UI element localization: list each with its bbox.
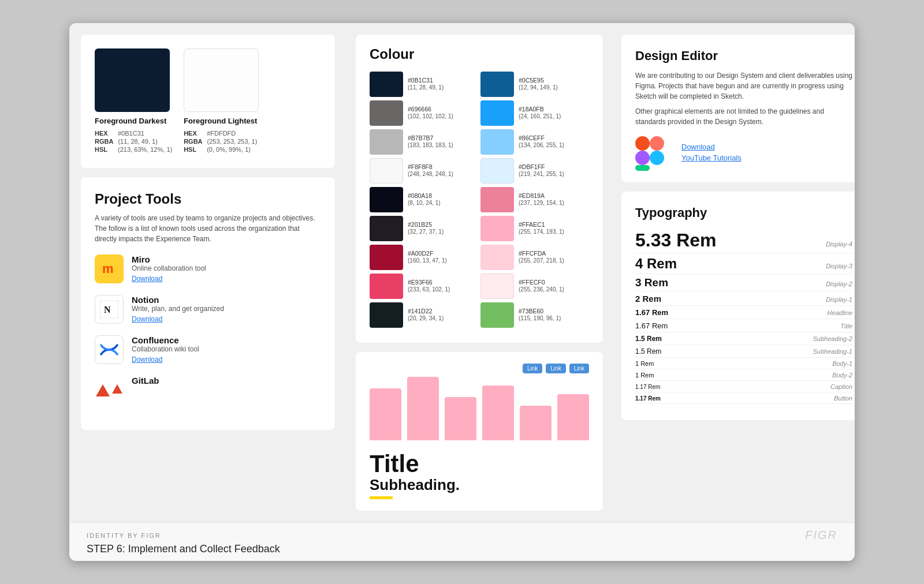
typo-style-display2: Display-2 xyxy=(826,280,852,287)
colour-row: #86CEFF (134, 206, 255, 1) xyxy=(480,129,589,155)
typo-style-display1: Display-1 xyxy=(826,296,852,303)
typo-size-title: 1.67 Rem xyxy=(635,321,668,330)
main-container: Foreground Darkest HEX #0B1C31 RGBA (11,… xyxy=(69,23,855,561)
typo-size-button: 1.17 Rem xyxy=(635,395,661,402)
typo-size-headline: 1.67 Rem xyxy=(635,308,668,317)
colour-row: #0B1C31 (11, 28, 49, 1) xyxy=(370,72,478,97)
colour-label-ffaec1: #FFAEC1 (255, 174, 193, 1) xyxy=(519,221,564,236)
typo-bar-6 xyxy=(557,394,589,440)
typo-item-display4: 5.33 Rem Display-4 xyxy=(635,230,852,253)
colour-label-080a18: #080A18 (8, 10, 24, 1) xyxy=(408,192,441,207)
project-tools-title: Project Tools xyxy=(95,191,321,207)
light-hsl-val: (0, 0%, 99%, 1) xyxy=(207,146,251,153)
light-rgba-val: (253, 253, 253, 1) xyxy=(207,138,258,145)
colour-label-0b1c31: #0B1C31 (11, 28, 49, 1) xyxy=(408,77,444,92)
colour-label-141d22: #141D22 (20, 29, 34, 1) xyxy=(408,308,444,323)
right-column: Design Editor We are contributing to our… xyxy=(612,35,855,511)
notion-desc: Write, plan, and get organized xyxy=(132,305,224,313)
colour-row: #FFCFDA (255, 207, 218, 1) xyxy=(480,245,589,270)
brand-label: IDENTITY BY FIGR xyxy=(87,532,161,539)
bottom-step-label: STEP 6: Implement and Collect Feedback xyxy=(87,543,837,555)
swatch-e93f66 xyxy=(370,274,403,299)
project-tools-desc: A variety of tools are used by teams to … xyxy=(95,213,321,244)
typo-size-display4: 5.33 Rem xyxy=(635,230,717,251)
youtube-tutorials-link[interactable]: YouTube Tutorials xyxy=(681,154,742,162)
confluence-download-link[interactable]: Download xyxy=(132,355,199,364)
typo-size-display1: 2 Rem xyxy=(635,294,661,304)
light-swatch xyxy=(184,48,259,112)
colour-label-a00d2f: #A00D2F (160, 13, 47, 1) xyxy=(408,250,447,265)
dark-hsl-label: HSL xyxy=(95,146,113,153)
miro-download-link[interactable]: Download xyxy=(132,275,206,283)
design-editor-links-row: Download YouTube Tutorials xyxy=(635,136,852,169)
colour-swatches-left: #0B1C31 (11, 28, 49, 1) #696666 (102, 10… xyxy=(370,72,478,331)
typo-bar-1 xyxy=(370,388,401,440)
typo-item-subheading2: 1.5 Rem Subheading-2 xyxy=(635,335,852,345)
typo-item-button: 1.17 Rem Button xyxy=(635,395,852,404)
swatch-ffecf0 xyxy=(480,274,514,299)
typo-item-headline: 1.67 Rem Headline xyxy=(635,308,852,319)
swatch-86ceff xyxy=(480,129,514,155)
colour-row: #73BE60 (115, 190, 96, 1) xyxy=(480,302,589,328)
typography-title: Typography xyxy=(635,205,852,220)
light-hsl: HSL (0, 0%, 99%, 1) xyxy=(184,146,259,153)
colour-label-73be60: #73BE60 (115, 190, 96, 1) xyxy=(519,308,561,323)
light-rgba-label: RGBA xyxy=(184,138,202,145)
swatch-080a18 xyxy=(370,187,403,212)
design-editor-desc1: We are contributing to our Design System… xyxy=(635,70,852,102)
typo-item-display2: 3 Rem Display-2 xyxy=(635,276,852,291)
typo-item-display1: 2 Rem Display-1 xyxy=(635,294,852,306)
foreground-colors-card: Foreground Darkest HEX #0B1C31 RGBA (11,… xyxy=(81,35,335,168)
colour-label-dbf1ff: #DBF1FF (219, 241, 255, 1) xyxy=(519,163,564,178)
svg-rect-3 xyxy=(635,136,650,151)
swatch-ffcfda xyxy=(480,245,514,270)
typo-style-headline: Headline xyxy=(828,309,852,316)
colour-label-ffecf0: #FFECF0 (255, 236, 240, 1) xyxy=(519,279,564,294)
colour-label-696666: #696666 (102, 102, 102, 1) xyxy=(408,106,453,121)
swatch-18a0fb xyxy=(480,100,514,126)
colour-row: #201B25 (32, 27, 37, 1) xyxy=(370,216,478,241)
swatch-b7b7b7 xyxy=(370,129,403,155)
typo-size-subheading2: 1.5 Rem xyxy=(635,335,662,343)
typo-style-body1: Body-1 xyxy=(832,360,852,367)
typo-bar-4 xyxy=(482,385,514,440)
miro-icon: m xyxy=(95,254,124,283)
dark-rgba-val: (11, 28, 49, 1) xyxy=(118,138,158,145)
left-column: Foreground Darkest HEX #0B1C31 RGBA (11,… xyxy=(81,35,346,511)
colour-label-18a0fb: #18A0FB (24, 160, 251, 1) xyxy=(519,106,561,121)
dark-hex-label: HEX xyxy=(95,130,113,137)
download-link[interactable]: Download xyxy=(681,143,742,151)
colour-row: #080A18 (8, 10, 24, 1) xyxy=(370,187,478,212)
colour-swatches-right: #0C5E95 (12, 94, 149, 1) #18A0FB (24, 16… xyxy=(480,72,589,331)
project-tools-card: Project Tools A variety of tools are use… xyxy=(81,177,335,430)
notion-download-link[interactable]: Download xyxy=(132,315,224,323)
colour-title: Colour xyxy=(370,46,589,62)
light-hex: HEX #FDFDFD xyxy=(184,130,259,137)
gitlab-info: GitLab xyxy=(132,376,159,385)
swatch-73be60 xyxy=(480,302,514,328)
colour-grid: #0B1C31 (11, 28, 49, 1) #696666 (102, 10… xyxy=(370,72,589,331)
link-badge-3: Link xyxy=(569,364,589,373)
typo-style-button: Button xyxy=(834,395,852,402)
typography-card: Typography 5.33 Rem Display-4 4 Rem Disp… xyxy=(621,192,855,420)
colour-row: #DBF1FF (219, 241, 255, 1) xyxy=(480,158,589,184)
svg-point-7 xyxy=(650,151,664,165)
gitlab-name: GitLab xyxy=(132,376,159,385)
typo-bar-3 xyxy=(445,397,476,440)
colour-row: #FFECF0 (255, 236, 240, 1) xyxy=(480,274,589,299)
dark-rgba-label: RGBA xyxy=(95,138,113,145)
colour-row: #E93F66 (233, 63, 102, 1) xyxy=(370,274,478,299)
typo-item-subheading1: 1.5 Rem Subheading-1 xyxy=(635,347,852,358)
typography-preview-card: Link Link Link Title Subheading. xyxy=(356,352,603,511)
colour-label-ed819a: #ED819A (237, 129, 154, 1) xyxy=(519,192,564,207)
typo-style-title: Title xyxy=(840,323,852,330)
gitlab-triangle-2 xyxy=(112,384,122,394)
colour-label-f8f8f8: #F8F8F8 (248, 248, 248, 1) xyxy=(408,163,453,178)
typo-item-body2: 1 Rem Body-2 xyxy=(635,372,852,381)
colour-row: #18A0FB (24, 160, 251, 1) xyxy=(480,100,589,126)
light-color-name: Foreground Lightest xyxy=(184,117,259,125)
svg-rect-4 xyxy=(650,136,664,151)
colour-label-ffcfda: #FFCFDA (255, 207, 218, 1) xyxy=(519,250,564,265)
swatch-141d22 xyxy=(370,302,403,328)
tool-miro: m Miro Online collaboration tool Downloa… xyxy=(95,254,321,283)
